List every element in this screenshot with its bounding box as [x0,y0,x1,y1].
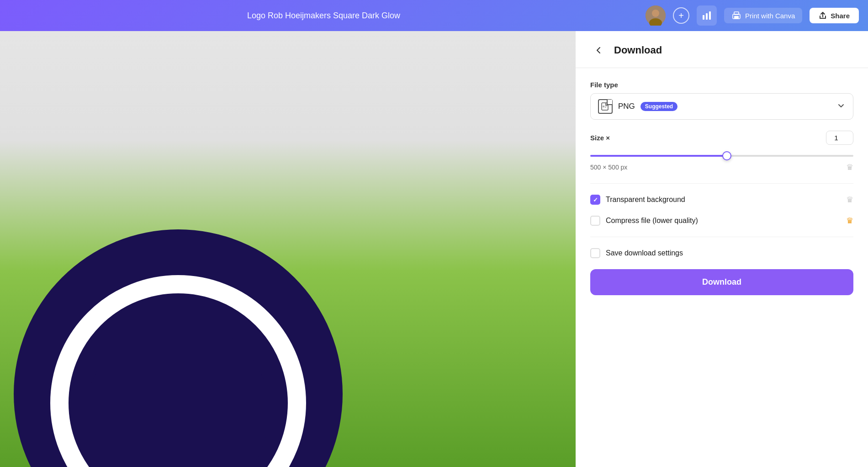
share-button[interactable]: Share [810,8,859,23]
svg-rect-3 [703,15,704,20]
print-label: Print with Canva [745,12,795,20]
save-settings-left: Save download settings [590,248,683,258]
share-label: Share [831,12,850,20]
document-title: Logo Rob Hoeijmakers Square Dark Glow [9,11,638,21]
chevron-down-icon [836,101,846,112]
svg-rect-11 [605,106,607,106]
svg-rect-12 [605,107,606,108]
download-button[interactable]: Download [590,269,853,295]
add-collaborator-button[interactable]: + [673,7,689,24]
compress-file-row: Compress file (lower quality) ♛ [590,216,853,226]
size-dimensions-text: 500 × 500 px [590,164,627,171]
size-input[interactable] [826,131,853,145]
main-area: Download File type [0,31,868,467]
transparent-bg-label: Transparent background [606,196,685,204]
svg-rect-4 [706,13,708,20]
crown-icon-transparent: ♛ [846,195,853,205]
size-label: Size × [590,134,610,142]
size-section: Size × 500 × 500 px ♛ [590,131,853,172]
size-dimensions-row: 500 × 500 px ♛ [590,162,853,172]
svg-rect-5 [709,11,711,20]
print-button[interactable]: Print with Canva [724,8,802,23]
file-type-icon [598,99,613,114]
file-type-dropdown[interactable]: PNG Suggested [590,93,853,120]
svg-rect-8 [734,16,739,19]
file-type-left: PNG Suggested [598,99,677,114]
compress-file-left: Compress file (lower quality) [590,216,698,226]
divider-1 [590,183,853,184]
file-type-label: File type [590,81,853,89]
save-settings-checkbox[interactable] [590,248,600,258]
divider-2 [590,237,853,237]
crown-icon-compress: ♛ [846,216,853,226]
avatar[interactable] [646,5,666,26]
save-settings-label: Save download settings [606,249,683,257]
save-settings-row: Save download settings [590,248,853,258]
transparent-bg-checkbox[interactable] [590,195,600,205]
back-button[interactable] [590,42,607,58]
svg-rect-10 [603,106,604,107]
download-panel: Download File type [576,31,868,467]
compress-file-label: Compress file (lower quality) [606,217,698,225]
transparent-bg-left: Transparent background [590,195,685,205]
crown-icon-size: ♛ [846,162,853,172]
compress-file-checkbox[interactable] [590,216,600,226]
panel-body: File type PNG S [576,68,868,308]
file-type-section: File type PNG S [590,81,853,120]
topbar: Logo Rob Hoeijmakers Square Dark Glow + … [0,0,868,31]
transparent-bg-row: Transparent background ♛ [590,195,853,205]
size-slider[interactable] [590,155,853,157]
suggested-badge: Suggested [640,102,677,111]
panel-header: Download [576,31,868,68]
canvas-area[interactable] [0,31,576,467]
slider-section [590,150,853,159]
file-type-name: PNG [618,102,635,111]
size-row: Size × [590,131,853,145]
svg-point-1 [652,10,659,17]
panel-title: Download [614,44,662,56]
analytics-icon-button[interactable] [697,5,717,26]
